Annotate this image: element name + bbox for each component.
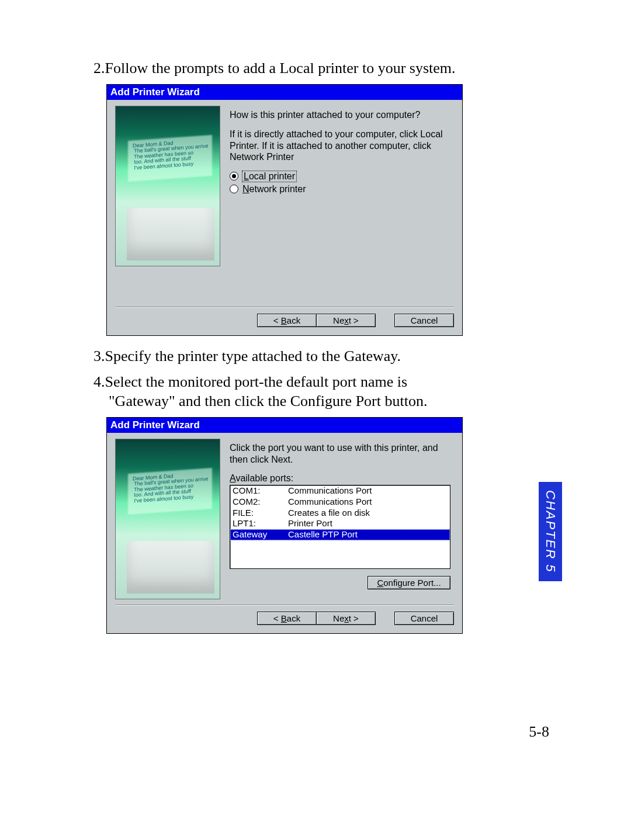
next-button[interactable]: Next >: [316, 314, 376, 327]
page-number: 5-8: [529, 723, 549, 741]
available-ports-label: Available ports:: [230, 473, 450, 484]
add-printer-wizard-1: Add Printer Wizard Dear Mom & Dad The ba…: [106, 84, 463, 336]
step-4-line2: "Gateway" and then click the Configure P…: [93, 391, 549, 411]
port-row-lpt1[interactable]: LPT1:Printer Port: [230, 518, 450, 529]
radio-local-printer[interactable]: Local printer: [230, 171, 450, 182]
wizard1-question: How is this printer attached to your com…: [230, 109, 450, 121]
radio-dot-icon: [230, 185, 238, 193]
port-row-com2[interactable]: COM2:Communications Port: [230, 497, 450, 508]
back-button[interactable]: < Back: [257, 314, 317, 327]
configure-port-button[interactable]: Configure Port...: [367, 576, 450, 589]
port-row-file[interactable]: FILE:Creates a file on disk: [230, 508, 450, 519]
cancel-button[interactable]: Cancel: [394, 314, 454, 327]
cancel-button[interactable]: Cancel: [394, 612, 454, 625]
next-button[interactable]: Next >: [316, 612, 376, 625]
document-page: 2.Follow the prompts to add a Local prin…: [0, 0, 631, 840]
wizard1-info: If it is directly attached to your compu…: [230, 129, 450, 163]
step-2: 2.Follow the prompts to add a Local prin…: [93, 58, 549, 78]
wizard2-titlebar: Add Printer Wizard: [107, 418, 462, 433]
wizard2-artwork-note: Dear Mom & Dad The ball's great when you…: [133, 471, 209, 504]
step-3: 3.Specify the printer type attached to t…: [93, 346, 549, 366]
add-printer-wizard-2: Add Printer Wizard Dear Mom & Dad The ba…: [106, 417, 463, 634]
wizard1-titlebar: Add Printer Wizard: [107, 85, 462, 100]
radio-dot-selected-icon: [230, 172, 238, 181]
radio-network-label: Network printer: [242, 184, 306, 195]
chapter-side-tab: CHAPTER 5: [539, 482, 562, 581]
radio-local-label: Local printer: [242, 171, 296, 182]
port-row-gateway[interactable]: GatewayCastelle PTP Port: [230, 529, 450, 540]
available-ports-listbox[interactable]: COM1:Communications Port COM2:Communicat…: [230, 485, 450, 569]
port-row-com1[interactable]: COM1:Communications Port: [230, 485, 450, 497]
wizard2-artwork: Dear Mom & Dad The ball's great when you…: [115, 439, 220, 599]
radio-network-printer[interactable]: Network printer: [230, 184, 450, 195]
wizard2-info: Click the port you want to use with this…: [230, 442, 450, 465]
back-button[interactable]: < Back: [257, 612, 317, 625]
wizard1-artwork: Dear Mom & Dad The ball's great when you…: [115, 106, 220, 266]
step-4-line1: 4.Select the monitored port-the default …: [93, 372, 549, 392]
wizard1-artwork-note: Dear Mom & Dad The ball's great when you…: [133, 138, 209, 171]
